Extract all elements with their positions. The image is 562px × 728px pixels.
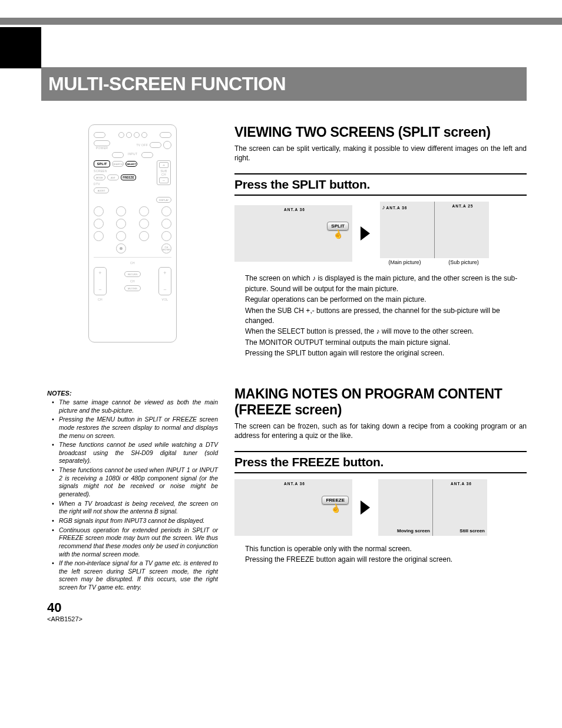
num-button [139,219,149,229]
remote-button [150,142,161,148]
split-button: SPLIT [94,160,110,167]
vol-updown: +− [158,267,171,295]
tv-caption: ♪ANT.A 36 [380,202,434,210]
section-tab [0,27,41,68]
tv-caption: ANT.A 25 [435,202,489,208]
select-button: SELECT [125,161,137,167]
remote-illustration: POWER TV OFF INPUT SPLI [88,124,177,342]
page-title: MULTI-SCREEN FUNCTION [41,67,527,101]
power-button [94,140,110,146]
still-label: Still screen [459,528,485,533]
return-button: RETURN [124,271,141,277]
freeze-button: FREEZE [121,174,136,180]
num-button [116,206,126,216]
num-button [139,231,149,241]
note-item: These functions cannot be used when INPU… [54,466,218,499]
remote-button [141,132,147,138]
notes-list: The same image cannot be viewed as both … [47,398,218,592]
remote-button [118,132,124,138]
split-diagram: ANT.A 36 SPLIT ☝ ♪ANT.A 36 ANT [234,202,527,265]
num-button [94,219,104,229]
remote-button [163,141,171,149]
display-button: DISPLAY [156,197,171,203]
arrow-icon [361,226,370,241]
remote-button [134,132,140,138]
num-button [116,219,126,229]
ch-enter-button: CH ENTER [161,243,171,253]
note-item: RGB signals input from INPUT3 cannot be … [54,517,218,525]
split-intro: The screen can be split vertically, maki… [234,144,527,163]
split-body: The screen on which ♪ is displayed is th… [234,274,527,358]
mode-button: MODE [94,174,105,180]
remote-button [94,132,105,138]
freeze-diagram: ANT.A 36 FREEZE ☝ Moving screen [234,479,527,536]
note-item: When a TV broadcast is being received, t… [54,500,218,516]
split-heading: VIEWING TWO SCREENS (SPLIT screen) [234,124,527,140]
ant-button: ANT [107,174,119,180]
num-button [116,243,126,253]
sub-picture-label: (Sub picture) [437,259,490,265]
note-item: The same image cannot be viewed as both … [54,398,218,414]
notes-heading: NOTES: [47,390,218,397]
tv-caption: ANT.A 36 [433,479,487,486]
num-button [161,206,171,216]
ch-updown: +− [94,267,107,295]
subch-control: + SUB CH − [157,160,171,185]
note-item: If the non-interlace signal for a TV gam… [54,559,218,592]
audio-button: AUDIO [94,187,109,193]
note-item: Continuous operation for extended period… [54,526,218,559]
num-button [161,231,171,241]
num-button [139,206,149,216]
remote-button [112,152,124,158]
search-button: SEARCH [112,161,124,167]
note-item: These functions cannot be used while wat… [54,441,218,465]
remote-button [126,132,132,138]
tv-caption: ANT.A 36 [234,479,352,486]
note-item: Pressing the MENU button in SPLIT or FRE… [54,416,218,440]
remote-button [141,152,153,158]
tv-caption: ANT.A 36 [234,205,352,212]
page-number: 40 [47,600,218,615]
muting-button: MUTING [124,285,141,291]
arrow-icon [361,500,370,515]
main-picture-label: (Main picture) [378,259,431,265]
remote-button [160,132,171,138]
freeze-heading: MAKING NOTES ON PROGRAM CONTENT (FREEZE … [234,386,527,418]
freeze-subheading: Press the FREEZE button. [234,451,527,473]
freeze-body: This function is operable only with the … [234,544,527,565]
doc-reference: <ARB1527> [47,615,218,622]
num-button [116,231,126,241]
num-button [94,206,104,216]
moving-label: Moving screen [397,528,430,533]
freeze-intro: The screen can be frozen, such as for ta… [234,421,527,440]
num-button [94,231,104,241]
num-button [161,219,171,229]
top-bar [0,18,562,25]
split-subheading: Press the SPLIT button. [234,173,527,196]
